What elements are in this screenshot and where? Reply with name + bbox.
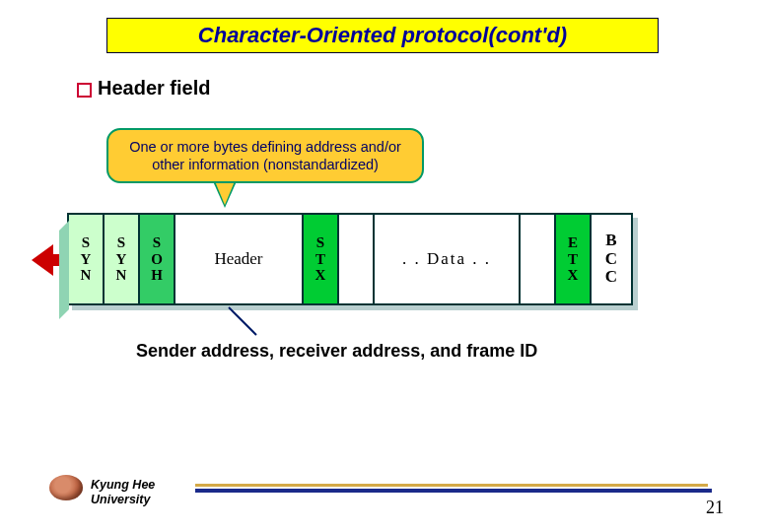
footer-rule-blue	[195, 489, 712, 493]
svg-line-0	[229, 307, 256, 335]
slide-title-bar: Character-Oriented protocol(cont'd)	[106, 18, 659, 53]
leader-line	[229, 307, 268, 337]
university-logo-icon	[49, 475, 83, 500]
bullet-text: Header field	[98, 77, 210, 100]
bullet-row: Header field	[77, 77, 210, 100]
cell-stx: S T X	[304, 215, 339, 303]
callout-text: One or more bytes defining address and/o…	[118, 138, 412, 173]
callout-tail	[215, 181, 235, 205]
frame-strip: S Y N S Y N S O H Header S T X . . Data …	[67, 213, 633, 305]
footer-rule-gold	[195, 484, 708, 487]
slide-title: Character-Oriented protocol(cont'd)	[198, 23, 567, 48]
frame-diagram: S Y N S Y N S O H Header S T X . . Data …	[32, 213, 737, 305]
cell-data-right	[521, 215, 556, 303]
cell-syn-2: S Y N	[105, 215, 140, 303]
cell-soh: S O H	[140, 215, 175, 303]
university-name: Kyung HeeUniversity	[91, 478, 155, 506]
cell-header: Header	[175, 215, 304, 303]
bullet-icon	[77, 83, 92, 98]
cell-bcc: B C C	[592, 215, 631, 303]
cell-syn-1: S Y N	[69, 215, 105, 303]
page-number: 21	[706, 498, 724, 518]
caption-text: Sender address, receiver address, and fr…	[136, 341, 537, 362]
cell-data: . . Data . .	[375, 215, 521, 303]
cell-data-left	[339, 215, 375, 303]
callout-box: One or more bytes defining address and/o…	[106, 128, 424, 183]
cell-etx: E T X	[556, 215, 592, 303]
